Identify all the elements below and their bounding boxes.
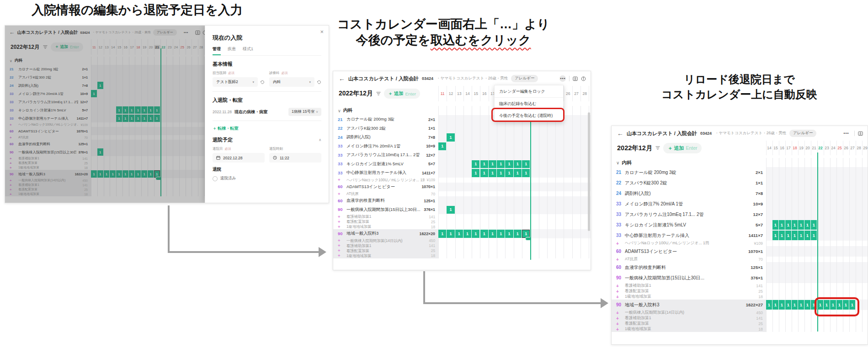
date-header-day-16[interactable]: 16: [480, 91, 489, 96]
calendar-cell-day-15[interactable]: 1: [472, 169, 479, 177]
cost-row[interactable]: 33アスパラカリウム注10mEq 17.1... 2管12×7: [612, 209, 868, 220]
date-header-day-17[interactable]: 17: [785, 146, 792, 150]
date-header-day-27[interactable]: 27: [572, 91, 580, 96]
more-menu-button[interactable]: ⋯: [841, 129, 851, 137]
calendar-cell-day-21[interactable]: 1: [522, 230, 530, 238]
calendar-cell-day-15[interactable]: 1: [472, 230, 479, 238]
calendar-cell-day-20[interactable]: 1: [514, 230, 522, 238]
cost-row[interactable]: 90一般病棟入院期間加算(15日以上30日...376×11: [333, 205, 591, 215]
row-grid[interactable]: 11111111111: [438, 229, 591, 238]
cost-subrow[interactable]: +1級地地域加算18: [333, 224, 591, 229]
add-button[interactable]: ＋ 追加Enter: [384, 89, 420, 99]
calendar-cell-day-15[interactable]: 1: [772, 300, 778, 310]
filter-icon[interactable]: [376, 92, 381, 95]
cost-row[interactable]: 60ADAMTS13インヒビター1070×1: [612, 246, 868, 257]
filter-icon[interactable]: [655, 146, 660, 150]
date-header-day-27[interactable]: 27: [849, 146, 856, 150]
date-header-day-29[interactable]: 29: [862, 146, 868, 150]
date-header-day-28[interactable]: 28: [856, 146, 862, 150]
calendar-cell-day-19[interactable]: 1: [798, 231, 804, 240]
calendar-cell-day-18[interactable]: 1: [497, 169, 505, 177]
cost-row[interactable]: 33中心静脈注射用カテーテル挿入1411×71111111: [612, 230, 868, 241]
calendar-cell-day-21[interactable]: 1: [811, 220, 817, 230]
cost-subrow[interactable]: +ヘパリンNaロック100U／mLシリンジオ... 1筒¥109: [333, 178, 591, 183]
date-header-day-22[interactable]: 22: [817, 146, 824, 150]
calendar-cell-day-12[interactable]: 1: [447, 230, 454, 238]
cost-row[interactable]: 33キシロカイン注射液1% 5mLV5×71111111: [333, 160, 591, 169]
row-grid[interactable]: 1111111: [438, 168, 591, 178]
calendar-cell-day-14[interactable]: 1: [766, 300, 772, 310]
calendar-cell-day-19[interactable]: 1: [798, 220, 804, 230]
calendar-cell-day-21[interactable]: 1: [811, 231, 817, 240]
date-header-day-28[interactable]: 28: [580, 91, 589, 96]
calendar-cell-day-17[interactable]: 1: [785, 220, 791, 230]
row-grid[interactable]: 1: [438, 133, 591, 142]
history-icon[interactable]: [317, 80, 321, 84]
cost-row[interactable]: 60ADAMTS13インヒビター1070×1: [333, 183, 591, 192]
cost-subrow[interactable]: +看護補助加算1141: [333, 243, 591, 248]
ward-room-select[interactable]: 1病棟 15号室 ∨: [288, 108, 321, 116]
calendar-cell-day-18[interactable]: 1: [792, 300, 798, 310]
calendar-cell-day-16[interactable]: 1: [480, 160, 488, 168]
cost-row[interactable]: 33メイロン静注7% 20ml/A 1管10×91: [333, 142, 591, 151]
date-header-day-14[interactable]: 14: [766, 146, 772, 150]
scrollbar[interactable]: [588, 112, 590, 231]
cost-subrow[interactable]: +一般病棟入院期間加算(14日以内)450: [333, 238, 591, 243]
cost-subrow[interactable]: +AT抗原70: [333, 191, 591, 196]
calendar-cell-day-18[interactable]: 1: [792, 231, 798, 240]
cost-subrow[interactable]: +看護配置加算25: [333, 219, 591, 224]
cost-row[interactable]: 33メイロン静注7% 20ml/A 1管10×9: [612, 199, 868, 209]
cost-subrow[interactable]: +看護配置加算25: [612, 321, 868, 326]
date-header-day-15[interactable]: 15: [772, 146, 779, 150]
calendar-cell-day-16[interactable]: 1: [480, 169, 488, 177]
date-header-day-21[interactable]: 21: [811, 146, 817, 150]
date-header-day-20[interactable]: 20: [804, 146, 811, 150]
calendar-cell-day-19[interactable]: 1: [798, 300, 804, 310]
discharged-radio[interactable]: 退院済み: [213, 176, 321, 181]
history-icon[interactable]: [260, 80, 265, 84]
date-header-day-12[interactable]: 12: [447, 91, 455, 96]
date-header-day-19[interactable]: 19: [798, 146, 804, 150]
menu-item-lock-calendar[interactable]: カレンダー編集をロック: [495, 85, 563, 98]
cost-row[interactable]: 60血液学的検査判断料125×1: [612, 262, 868, 273]
calendar-cell-day-20[interactable]: 1: [804, 220, 810, 230]
date-header-day-11[interactable]: 11: [438, 91, 447, 96]
calendar-cell-day-18[interactable]: 1: [497, 160, 505, 168]
date-header-day-24[interactable]: 24: [830, 146, 836, 150]
calendar-cell-day-16[interactable]: 1: [480, 230, 488, 238]
calendar-cell-day-20[interactable]: 1: [804, 300, 810, 310]
calendar-cell-day-19[interactable]: 1: [505, 169, 513, 177]
cost-row[interactable]: 22アスパラK錠300 2錠1×1: [333, 124, 591, 133]
calendar-cell-day-17[interactable]: 1: [489, 230, 496, 238]
cost-row[interactable]: 33キシロカイン注射液1% 5mLV5×71111111: [612, 220, 868, 230]
cost-subrow[interactable]: +ヘパリンNaロック100U／mLシリンジオ... 1筒¥109: [612, 241, 868, 246]
calendar-cell-day-20[interactable]: 1: [514, 160, 522, 168]
back-icon[interactable]: ←: [339, 75, 345, 82]
calendar-cell-day-15[interactable]: 1: [772, 231, 778, 240]
calendar-cell-day-21[interactable]: 1: [522, 160, 530, 168]
cost-row[interactable]: 24調剤料(入院)7×81: [333, 133, 591, 142]
date-header-day-26[interactable]: 26: [564, 91, 572, 96]
more-menu-button[interactable]: ⋯: [559, 75, 566, 82]
calendar-cell-day-17[interactable]: 1: [489, 160, 496, 168]
calendar-cell-day-11[interactable]: 1: [438, 230, 446, 238]
cost-subrow[interactable]: +看護配置加算25: [612, 289, 868, 294]
back-icon[interactable]: ←: [617, 130, 623, 137]
transfer-link[interactable]: ＋ 転棟・転室: [213, 126, 321, 131]
cost-row[interactable]: 24調剤料(入院)7×8: [612, 188, 868, 199]
calendar-cell-day-21[interactable]: 1: [522, 169, 530, 177]
calendar-cell-day-18[interactable]: 1: [792, 220, 798, 230]
calendar-cell-day-16[interactable]: 1: [779, 300, 785, 310]
discharge-time-input[interactable]: 11:22: [269, 153, 321, 163]
calendar-cell-day-17[interactable]: 1: [785, 300, 791, 310]
discharge-date-input[interactable]: 2022.12.28: [213, 153, 265, 163]
row-grid[interactable]: [438, 151, 591, 160]
date-header-day-25[interactable]: 25: [836, 146, 843, 150]
cost-row[interactable]: 60血液学的検査判断料125×1: [333, 196, 591, 205]
calendar-cell-day-14[interactable]: 1: [463, 230, 471, 238]
row-grid[interactable]: [438, 196, 591, 205]
add-button[interactable]: ＋ 追加Enter: [663, 143, 701, 153]
collapse-icon[interactable]: ∧: [319, 138, 321, 142]
row-grid[interactable]: [438, 183, 591, 192]
patient-card-icon[interactable]: [573, 76, 578, 81]
